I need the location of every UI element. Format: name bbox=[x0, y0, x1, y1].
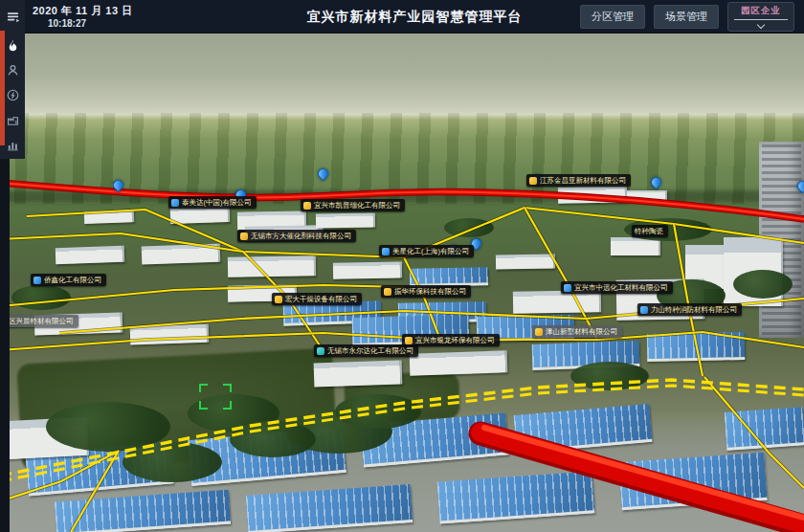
company-label-text: 振华环保科技有限公司 bbox=[394, 288, 466, 296]
building bbox=[56, 246, 125, 265]
company-logo-icon bbox=[275, 296, 282, 303]
company-label-text: 宏大干燥设备有限公司 bbox=[285, 296, 357, 303]
company-label[interactable]: 振华环保科技有限公司 bbox=[381, 285, 471, 298]
sidebar-rail bbox=[0, 0, 25, 159]
company-label[interactable]: 特种陶瓷 bbox=[632, 225, 668, 237]
chevron-down-icon bbox=[757, 21, 765, 29]
company-label[interactable]: 无锡市永尔达化工有限公司 bbox=[314, 344, 418, 357]
company-label-text: 潭山新型材料有限公司 bbox=[546, 328, 617, 336]
bar-chart-icon bbox=[6, 138, 20, 152]
building bbox=[558, 186, 627, 203]
building bbox=[725, 407, 804, 451]
app-window: 泰美达(中国)有限公司宜兴市凯普瑞化工有限公司无锡市方大催化剂科技有限公司美星化… bbox=[0, 0, 804, 532]
company-label-text: 特种陶瓷 bbox=[635, 228, 663, 235]
company-logo-icon bbox=[317, 347, 324, 355]
company-label-text: 无锡市永尔达化工有限公司 bbox=[327, 347, 413, 355]
company-logo-icon bbox=[564, 284, 571, 292]
header-actions: 分区管理 场景管理 园区企业 bbox=[580, 0, 794, 33]
company-label-text: 宜兴市凯普瑞化工有限公司 bbox=[314, 202, 400, 210]
company-logo-icon bbox=[240, 233, 248, 240]
company-label-text: 经开区兴晨特材有限公司 bbox=[0, 318, 74, 325]
company-label-text: 美星化工(上海)有限公司 bbox=[392, 248, 469, 255]
zone-management-button[interactable]: 分区管理 bbox=[580, 5, 645, 29]
building bbox=[618, 453, 767, 510]
flame-icon bbox=[6, 38, 20, 53]
worker-icon bbox=[6, 63, 20, 78]
building bbox=[228, 255, 316, 277]
company-label-text: 江苏金昌亚新材料有限公司 bbox=[540, 177, 626, 185]
company-logo-icon bbox=[34, 277, 41, 284]
building bbox=[130, 324, 210, 345]
company-label[interactable]: 美星化工(上海)有限公司 bbox=[379, 245, 474, 257]
sidebar-item-factory-icon[interactable] bbox=[0, 107, 25, 132]
company-label-text: 泰美达(中国)有限公司 bbox=[182, 199, 252, 207]
map-3d-viewport[interactable]: 泰美达(中国)有限公司宜兴市凯普瑞化工有限公司无锡市方大催化剂科技有限公司美星化… bbox=[0, 0, 804, 532]
menu-icon bbox=[6, 10, 20, 24]
company-label-text: 力山特种消防材料有限公司 bbox=[651, 306, 737, 314]
company-label[interactable]: 无锡市方大催化剂科技有限公司 bbox=[237, 230, 356, 242]
company-logo-icon bbox=[382, 248, 390, 255]
company-label[interactable]: 宏大干燥设备有限公司 bbox=[272, 293, 362, 305]
selection-brackets bbox=[199, 384, 232, 410]
top-header: 2020 年 11 月 13 日 10:18:27 宜兴市新材料产业园智慧管理平… bbox=[25, 0, 804, 33]
tree-canopy bbox=[11, 285, 71, 310]
company-logo-icon bbox=[640, 306, 648, 314]
tree-canopy bbox=[733, 270, 793, 299]
factory-icon bbox=[6, 113, 20, 127]
company-logo-icon bbox=[405, 337, 413, 344]
company-label[interactable]: 力山特种消防材料有限公司 bbox=[637, 303, 742, 316]
company-label-text: 宜兴市银龙环保有限公司 bbox=[415, 337, 495, 344]
sidebar-item-gauge-icon[interactable] bbox=[0, 82, 25, 107]
company-label[interactable]: 经开区兴晨特材有限公司 bbox=[0, 315, 78, 327]
company-logo-icon bbox=[171, 199, 179, 207]
company-label-text: 侨鑫化工有限公司 bbox=[44, 277, 101, 284]
tree-canopy bbox=[444, 218, 494, 237]
building bbox=[647, 332, 745, 362]
tree-canopy bbox=[230, 421, 316, 457]
building bbox=[410, 267, 488, 286]
sidebar-item-flame-icon[interactable] bbox=[0, 33, 25, 57]
dropdown-label: 园区企业 bbox=[741, 5, 781, 17]
company-label-text: 宜兴市中远化工材料有限公司 bbox=[574, 284, 668, 292]
scene-management-button[interactable]: 场景管理 bbox=[654, 5, 719, 29]
company-logo-icon bbox=[303, 202, 311, 210]
company-label[interactable]: 侨鑫化工有限公司 bbox=[31, 274, 106, 286]
tree-canopy bbox=[335, 394, 421, 429]
company-label[interactable]: 潭山新型材料有限公司 bbox=[532, 325, 622, 338]
building bbox=[142, 244, 221, 265]
company-label[interactable]: 宜兴市中远化工材料有限公司 bbox=[561, 281, 673, 294]
building bbox=[84, 210, 134, 224]
tree-canopy bbox=[570, 362, 649, 390]
building bbox=[627, 190, 667, 201]
building bbox=[496, 254, 555, 269]
sidebar-item-bar-chart-icon[interactable] bbox=[0, 132, 25, 157]
company-logo-icon bbox=[384, 288, 391, 296]
company-label[interactable]: 泰美达(中国)有限公司 bbox=[168, 196, 257, 209]
building bbox=[410, 350, 508, 376]
tree-canopy bbox=[123, 442, 222, 482]
company-label[interactable]: 宜兴市凯普瑞化工有限公司 bbox=[301, 199, 405, 211]
building bbox=[314, 360, 403, 387]
building bbox=[333, 261, 402, 278]
company-label-text: 无锡市方大催化剂科技有限公司 bbox=[251, 233, 351, 240]
company-logo-icon bbox=[529, 177, 537, 185]
sidebar-item-menu-icon[interactable] bbox=[0, 4, 25, 29]
company-label[interactable]: 江苏金昌亚新材料有限公司 bbox=[526, 174, 631, 187]
building bbox=[316, 212, 375, 228]
gauge-icon bbox=[6, 88, 20, 102]
park-enterprise-dropdown[interactable]: 园区企业 bbox=[727, 2, 794, 32]
company-logo-icon bbox=[535, 328, 543, 336]
sidebar-item-worker-icon[interactable] bbox=[0, 57, 25, 82]
